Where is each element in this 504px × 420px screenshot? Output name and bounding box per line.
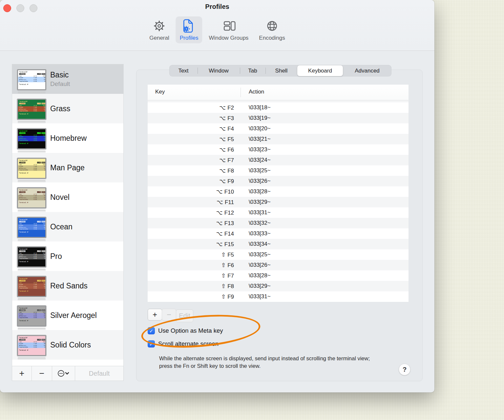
key-name: F9 [227,294,234,300]
key-mapping-row[interactable]: ⌥F4 \033[20~ [148,123,409,134]
key-mapping-row[interactable]: ⌥F11 \033[29~ [148,197,409,207]
key-name: F10 [224,189,234,195]
key-mapping-row[interactable]: ⌥F14 \033[33~ [148,228,409,239]
profile-thumbnail: Terminal# COMMAND %CPU RPRVT top4.1%231K… [17,276,46,297]
column-divider[interactable] [241,88,241,97]
action-value: \033[26~ [241,262,271,268]
toolbar-item-profiles[interactable]: Profiles [176,16,202,43]
checkbox-checked-icon[interactable]: ✓ [148,327,155,334]
key-name: F15 [224,241,234,247]
edit-mapping-button[interactable]: Edit [176,309,193,322]
remove-mapping-button[interactable]: − [162,309,176,321]
toolbar-label: Window Groups [209,35,248,41]
key-mapping-row[interactable]: ⌥F12 \033[31~ [148,207,409,218]
use-option-as-meta-checkbox-row[interactable]: ✓ Use Option as Meta key [148,327,223,334]
window-title: Profiles [0,3,434,10]
key-name: F7 [227,273,234,279]
profile-name: Ocean [50,222,73,231]
action-value: \033[19~ [241,115,271,121]
default-button[interactable]: Default [75,366,123,381]
key-mapping-row[interactable]: ⇧F5 \033[25~ [148,249,409,260]
key-name: F14 [224,231,234,237]
add-profile-button[interactable]: + [12,366,32,381]
profile-thumbnail: Terminal# COMMAND %CPU RPRVT top4.1%231K… [17,335,46,356]
action-value: \033[33~ [241,230,271,237]
profile-name: Solid Colors [50,341,91,349]
modifier-key-icon: ⌥ [216,220,223,226]
tab-shell[interactable]: Shell [265,65,297,76]
profile-list-item[interactable]: Terminal# COMMAND %CPU RPRVT top4.1%231K… [12,182,123,212]
key-mapping-row[interactable]: ⌥F13 \033[32~ [148,218,409,228]
key-mapping-row[interactable]: ⇧F7 \033[28~ [148,270,409,281]
profile-list-footer: + − Default [12,366,124,381]
preferences-window: Profiles General [0,0,434,392]
key-name: F6 [227,262,234,268]
checkbox-label: Use Option as Meta key [158,327,223,334]
modifier-key-icon: ⌥ [220,168,226,174]
profile-list-item[interactable]: Terminal# COMMAND %CPU RPRVT top4.1%231K… [12,271,123,301]
key-name: F5 [227,252,234,258]
tab-keyboard[interactable]: Keyboard [297,65,343,76]
toolbar-label: Profiles [180,35,199,41]
profile-list-item[interactable]: Terminal# COMMAND %CPU RPRVT top4.1%231K… [12,123,123,153]
profile-name: Basic [50,71,70,79]
modifier-key-icon: ⌥ [220,126,226,132]
toolbar-item-window-groups[interactable]: Window Groups [205,16,252,43]
window-groups-icon [221,19,236,33]
modifier-key-icon: ⌥ [220,115,226,121]
tab-window[interactable]: Window [198,65,240,76]
key-mapping-row[interactable]: ⌥F10 \033[28~ [148,186,409,197]
help-button[interactable]: ? [399,364,410,375]
action-value: \033[26~ [241,178,271,184]
profile-name: Silver Aerogel [50,311,97,320]
remove-profile-button[interactable]: − [32,366,52,381]
scroll-alternate-screen-checkbox-row[interactable]: ✓ Scroll alternate screen [148,340,219,347]
modifier-key-icon: ⌥ [220,157,226,163]
profile-list-item[interactable]: Terminal# COMMAND %CPU RPRVT top4.1%231K… [12,153,123,182]
profile-list-item[interactable]: Terminal# COMMAND %CPU RPRVT top4.1%231K… [12,301,123,330]
toolbar-item-general[interactable]: General [145,16,173,43]
action-value: \033[29~ [241,199,271,205]
action-value: \033[18~ [241,104,271,111]
key-mapping-row[interactable]: ⌥F7 \033[24~ [148,155,409,165]
key-mapping-row[interactable]: ⌥F6 \033[23~ [148,144,409,155]
tab-text[interactable]: Text [169,65,198,76]
profile-list-item[interactable]: Terminal# COMMAND %CPU RPRVT top4.1%231K… [12,212,123,242]
checkbox-checked-icon[interactable]: ✓ [148,340,155,347]
key-mapping-row[interactable]: ⌥F15 \033[34~ [148,239,409,249]
action-value: \033[24~ [241,157,271,163]
add-mapping-button[interactable]: + [148,309,162,321]
action-value: \033[28~ [241,272,271,279]
profile-thumbnail: Terminal# COMMAND %CPU RPRVT top4.1%231K… [17,69,46,90]
profile-list-item[interactable]: Terminal# COMMAND %CPU RPRVT top4.1%231K… [12,242,123,271]
key-mapping-row[interactable]: ⌥F9 \033[26~ [148,176,409,186]
key-name: F3 [227,115,234,121]
key-name: F9 [227,178,234,184]
key-name: F5 [227,136,234,142]
tab-advanced[interactable]: Advanced [343,65,391,76]
key-mapping-row[interactable]: ⇧F9 \033[31~ [148,291,409,302]
column-header-action: Action [249,89,264,95]
action-value: \033[31~ [241,209,271,216]
toolbar-label: Encodings [259,35,285,41]
profile-thumbnail: Terminal# COMMAND %CPU RPRVT top4.1%231K… [17,187,46,208]
profile-list-item[interactable]: Terminal# COMMAND %CPU RPRVT top4.1%231K… [12,64,123,94]
profile-subtitle: Default [50,80,70,88]
profile-name: Man Page [50,163,85,172]
profile-thumbnail: Terminal# COMMAND %CPU RPRVT top4.1%231K… [17,305,46,326]
key-mapping-row[interactable]: ⇧F6 \033[26~ [148,260,409,270]
tab-tab[interactable]: Tab [240,65,265,76]
key-mapping-row[interactable]: ⌥F5 \033[21~ [148,134,409,144]
profile-list-item[interactable]: Terminal# COMMAND %CPU RPRVT top4.1%231K… [12,94,123,123]
action-value: \033[20~ [241,125,271,132]
modifier-key-icon: ⇧ [221,262,226,268]
toolbar-item-encodings[interactable]: Encodings [255,16,289,43]
profile-list-item[interactable]: Terminal# COMMAND %CPU RPRVT top4.1%231K… [12,330,123,360]
thumbnail-reflection [18,357,46,360]
key-mapping-row[interactable]: ⌥F3 \033[19~ [148,113,409,123]
key-mapping-row[interactable]: ⇧F8 \033[29~ [148,281,409,291]
key-mapping-row[interactable]: ⌥F8 \033[25~ [148,165,409,176]
modifier-key-icon: ⌥ [220,178,226,184]
key-mapping-row[interactable]: ⌥F2 \033[18~ [148,102,409,113]
more-options-button[interactable] [52,366,75,381]
